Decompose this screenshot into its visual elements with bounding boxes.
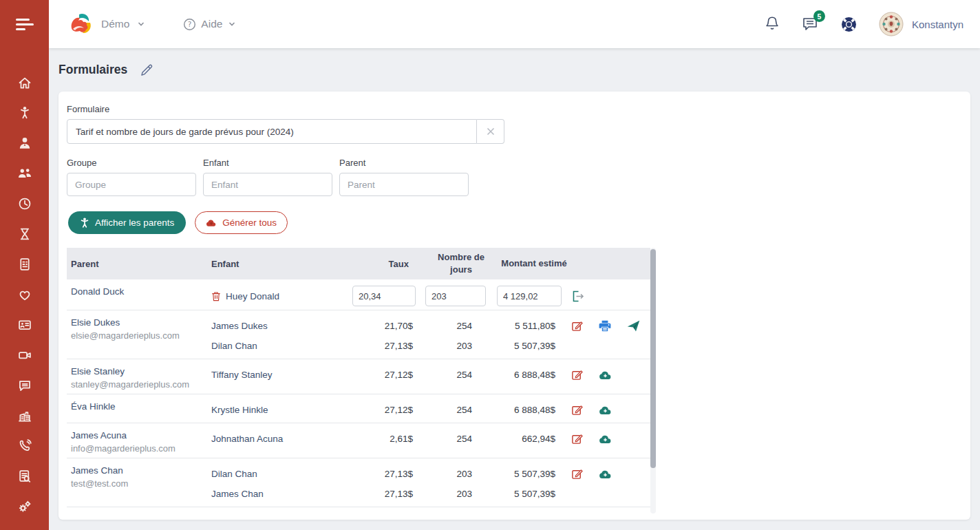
parent-cell: Elsie Stanleystanley@magarderieplus.com — [67, 365, 211, 391]
notifications-button[interactable] — [764, 15, 780, 33]
generate-button[interactable] — [599, 370, 612, 380]
edit-icon — [571, 404, 583, 416]
sidebar-item-home[interactable] — [0, 67, 49, 98]
exit-button[interactable] — [571, 290, 584, 302]
generate-all-button[interactable]: Générer tous — [195, 211, 288, 234]
user-name: Konstantyn — [912, 19, 963, 30]
row-actions — [571, 433, 650, 445]
sidebar-item-report-search[interactable] — [0, 461, 49, 491]
taux-value: 27,13$ — [352, 469, 425, 479]
parent-cell: James Acunainfo@magarderieplus.com — [67, 429, 211, 455]
messages-button[interactable]: 5 — [801, 15, 819, 33]
sidebar-item-educator[interactable] — [0, 128, 49, 158]
edit-button[interactable] — [571, 369, 583, 381]
sidebar-item-building[interactable] — [0, 401, 49, 431]
parent-name: Donald Duck — [71, 285, 211, 299]
chevron-down-icon — [138, 21, 145, 28]
row-actions — [571, 404, 650, 416]
sidebar-item-heart[interactable] — [0, 279, 49, 310]
show-parents-button[interactable]: Afficher les parents — [68, 211, 186, 234]
child-name: James Dukes — [211, 321, 352, 331]
jours-value: 254 — [425, 321, 497, 331]
groupe-label: Groupe — [67, 158, 196, 168]
sidebar-item-invoice[interactable] — [0, 249, 49, 279]
chat-icon — [17, 378, 32, 393]
filter-groupe: Groupe — [67, 158, 196, 196]
child-name-text: Dilan Chan — [211, 341, 257, 351]
edit-icon — [571, 433, 583, 445]
bell-icon — [764, 15, 780, 33]
table-row: Elsie Stanleystanley@magarderieplus.comT… — [67, 359, 650, 394]
topbar: Démo ? Aide 5 — [49, 0, 980, 48]
generate-icon — [599, 405, 612, 415]
taux-value: 27,12$ — [352, 370, 425, 380]
edit-icon — [571, 468, 583, 480]
header-enfant: Enfant — [211, 259, 352, 269]
montant-value: 6 888,48$ — [497, 405, 571, 415]
send-button[interactable] — [627, 320, 640, 332]
edit-button[interactable] — [571, 320, 583, 332]
sidebar-item-video-camera[interactable] — [0, 340, 49, 370]
montant-value: 5 507,39$ — [497, 341, 571, 351]
header-jours: Nombre de jours — [425, 251, 497, 275]
hourglass-icon — [17, 226, 32, 242]
sidebar-item-child[interactable] — [0, 98, 49, 128]
building-icon — [17, 408, 32, 423]
parent-input[interactable] — [339, 173, 469, 196]
parents-table: Parent Enfant Taux Nombre de jours Monta… — [67, 248, 656, 513]
groupe-input[interactable] — [67, 173, 196, 196]
user-menu[interactable]: Konstantyn — [879, 12, 963, 36]
remove-child-button[interactable] — [211, 291, 221, 301]
sidebar-item-phone[interactable] — [0, 431, 49, 461]
table-scrollbar-thumb[interactable] — [650, 249, 656, 468]
montant-value: 662,94$ — [497, 434, 571, 444]
parent-name: Éva Hinkle — [71, 400, 211, 414]
table-scrollbar-track[interactable] — [650, 248, 656, 513]
generate-button[interactable] — [599, 434, 612, 444]
sidebar-item-parents[interactable] — [0, 158, 49, 189]
montant-input[interactable] — [497, 286, 562, 306]
parent-cell: Éva Hinkle — [67, 400, 211, 420]
sidebar-item-gears[interactable] — [0, 491, 49, 522]
help-menu[interactable]: ? Aide — [183, 18, 235, 31]
form-clear-button[interactable] — [477, 119, 504, 144]
support-button[interactable] — [840, 15, 858, 34]
sidebar-item-id-card[interactable] — [0, 310, 49, 340]
child-name-text: James Dukes — [211, 321, 268, 331]
sidebar-item-chat[interactable] — [0, 370, 49, 401]
invoice-icon — [17, 257, 32, 272]
jours-input[interactable] — [425, 286, 486, 306]
taux-input[interactable] — [352, 286, 416, 306]
generate-button[interactable] — [599, 469, 612, 479]
row-actions — [571, 320, 650, 332]
heart-icon — [17, 287, 32, 302]
enfant-input[interactable] — [203, 173, 332, 196]
taux-value: 27,13$ — [352, 489, 425, 499]
child-line: Tiffany Stanley27,12$2546 888,48$ — [211, 365, 650, 385]
edit-button[interactable] — [571, 468, 583, 480]
print-button[interactable] — [599, 320, 611, 332]
child-line: Huey Donald — [211, 285, 650, 307]
edit-button[interactable] — [571, 404, 583, 416]
child-name-text: Krystle Hinkle — [211, 405, 268, 415]
child-name-text: Tiffany Stanley — [211, 370, 273, 380]
child-line: Dilan Chan27,13$2035 507,39$ — [211, 336, 650, 356]
form-select-label: Formulaire — [67, 104, 970, 114]
close-icon — [485, 126, 496, 137]
edit-icon — [571, 369, 583, 381]
sidebar-item-clock[interactable] — [0, 189, 49, 219]
form-select[interactable]: Tarif et nombre de jours de garde prévus… — [67, 119, 477, 144]
generate-button[interactable] — [599, 405, 612, 415]
edit-button[interactable] — [571, 433, 583, 445]
child-name: Tiffany Stanley — [211, 370, 352, 380]
parent-name: James Acuna — [71, 429, 211, 443]
parent-label: Parent — [339, 158, 469, 168]
brand-menu[interactable]: Démo — [68, 11, 145, 37]
child-line: James Chan27,13$2035 507,39$ — [211, 484, 650, 504]
menu-toggle-button[interactable] — [0, 0, 49, 48]
unread-count-badge: 5 — [813, 10, 825, 22]
sidebar-item-hourglass[interactable] — [0, 219, 49, 249]
edit-title-button[interactable] — [140, 63, 153, 77]
generate-icon — [599, 434, 612, 444]
child-name: Dilan Chan — [211, 341, 352, 351]
